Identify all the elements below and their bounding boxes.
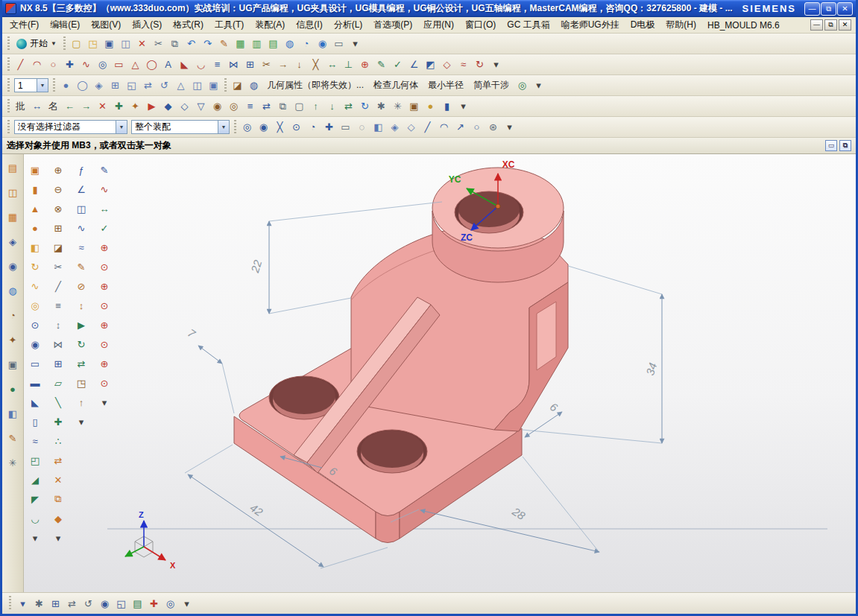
menu-item[interactable]: 帮助(H) bbox=[660, 17, 701, 33]
cue-minimize-button[interactable]: ▭ bbox=[825, 140, 837, 151]
chamfer-curve-icon[interactable]: ◣ bbox=[177, 57, 192, 72]
child-minimize-button[interactable]: — bbox=[810, 19, 823, 31]
menu-item[interactable]: 信息(I) bbox=[291, 17, 327, 33]
pad-icon[interactable]: ▬ bbox=[27, 375, 43, 391]
sketch-pencil-icon[interactable]: ✎ bbox=[373, 57, 389, 72]
mirror-feature-icon[interactable]: ⋈ bbox=[50, 336, 66, 352]
pan-view-icon[interactable]: ⇄ bbox=[140, 77, 156, 93]
replace-face-icon[interactable]: ⧉ bbox=[50, 491, 66, 507]
snap-toggle-icon[interactable]: ◎ bbox=[163, 596, 178, 612]
subtract-icon[interactable]: ⊖ bbox=[50, 181, 66, 197]
star-icon[interactable]: ✦ bbox=[127, 98, 143, 114]
sheet-cols-icon[interactable]: ▤ bbox=[265, 36, 281, 51]
part-model[interactable] bbox=[234, 168, 568, 543]
simple-interference-button[interactable]: 简单干涉 bbox=[469, 79, 514, 92]
lock-icon[interactable]: ◉ bbox=[209, 98, 225, 114]
process-studio-icon[interactable]: ✦ bbox=[5, 332, 21, 348]
web-browser-icon[interactable]: ◍ bbox=[282, 36, 297, 51]
geometry-property-icon[interactable]: ◪ bbox=[230, 77, 245, 93]
menu-item[interactable]: 分析(L) bbox=[329, 17, 368, 33]
shaded-select-icon[interactable]: ◧ bbox=[370, 119, 386, 135]
snap-intersection-icon[interactable]: ╳ bbox=[272, 119, 288, 135]
delete-face-icon[interactable]: ✕ bbox=[50, 471, 66, 488]
title-bar[interactable]: NX 8.5【三多数控】（www.333duo.com）实战培训：UG产品编程，… bbox=[2, 0, 856, 17]
shaded-view-icon[interactable]: ● bbox=[58, 77, 74, 93]
geometry-attr-button[interactable]: 几何属性（即将失效）... bbox=[262, 79, 368, 92]
check-run-icon[interactable]: ◎ bbox=[514, 77, 530, 93]
graphics-window[interactable]: ▤◫▦◈◉◍◔✦▣●◧✎✳ ▣▮▲●◧↻∿◎⊙◉▭▬◣▯≈◰◢◤◡▾ ⊕⊖⊗⊞◪… bbox=[2, 154, 856, 592]
thread-icon[interactable]: ≈ bbox=[27, 433, 43, 449]
col3-more-icon[interactable]: ▾ bbox=[73, 413, 89, 430]
toolbar-grip[interactable] bbox=[9, 596, 11, 611]
suppress-feature-icon[interactable]: ⊘ bbox=[73, 278, 89, 294]
visualization-icon[interactable]: ◧ bbox=[5, 406, 21, 422]
chevron-down-icon[interactable]: ▼ bbox=[37, 79, 48, 92]
overflow-row1-icon[interactable]: ▾ bbox=[347, 36, 363, 51]
trim-icon[interactable]: ✂ bbox=[259, 57, 274, 72]
arrow-left-icon[interactable]: ← bbox=[62, 98, 78, 114]
chamfer-icon[interactable]: ◤ bbox=[27, 491, 43, 507]
wireframe-view-icon[interactable]: ◯ bbox=[75, 77, 90, 93]
selection-filter-select[interactable]: 没有选择过滤器 ▼ bbox=[14, 120, 127, 134]
hole-icon[interactable]: ⊙ bbox=[27, 317, 43, 333]
tag-solid-icon[interactable]: ◆ bbox=[160, 98, 176, 114]
cube-select-icon[interactable]: ◈ bbox=[387, 119, 403, 135]
paste-object-icon[interactable]: ▢ bbox=[291, 98, 307, 114]
extrude-icon[interactable]: ◧ bbox=[27, 239, 43, 255]
base-hole-2[interactable] bbox=[357, 430, 427, 473]
sheet-grid-icon[interactable]: ▦ bbox=[233, 36, 248, 51]
perspective-icon[interactable]: △ bbox=[173, 77, 189, 93]
view-dot-icon[interactable]: ◉ bbox=[315, 36, 330, 51]
promote-icon[interactable]: ↑ bbox=[73, 394, 89, 410]
rib-icon[interactable]: ◣ bbox=[27, 394, 43, 410]
layer-settings-icon[interactable]: ▤ bbox=[130, 596, 145, 612]
batch-annotate-icon[interactable]: 批 bbox=[13, 98, 28, 114]
start-button[interactable]: 开始 ▼ bbox=[13, 35, 60, 52]
axis-select-icon[interactable]: ↗ bbox=[452, 119, 468, 135]
refresh-icon[interactable]: ↻ bbox=[357, 98, 373, 114]
menu-item[interactable]: 插入(S) bbox=[127, 17, 167, 33]
scale-body-icon[interactable]: ↕ bbox=[50, 317, 66, 333]
patch-icon[interactable]: ◪ bbox=[50, 239, 66, 255]
pocket-icon[interactable]: ▭ bbox=[27, 355, 43, 372]
overflow-row4-icon[interactable]: ▾ bbox=[455, 98, 471, 114]
shell-icon[interactable]: ◰ bbox=[27, 452, 43, 469]
sew-icon[interactable]: ⊞ bbox=[50, 220, 66, 236]
overflow-row3-icon[interactable]: ▾ bbox=[531, 77, 546, 93]
draft-icon[interactable]: ◢ bbox=[27, 471, 43, 488]
sphere-icon[interactable]: ● bbox=[27, 220, 43, 236]
iso-view-icon[interactable]: ◈ bbox=[91, 77, 107, 93]
line-icon[interactable]: ╱ bbox=[13, 57, 28, 72]
playback-icon[interactable]: ▶ bbox=[73, 317, 89, 333]
save-all-icon[interactable]: ◫ bbox=[118, 36, 133, 51]
edit-feature-icon[interactable]: ✎ bbox=[73, 258, 89, 275]
menu-item[interactable]: HB_MOULD M6.6 bbox=[702, 19, 785, 32]
update-icon[interactable]: ↻ bbox=[73, 336, 89, 352]
datum-csys-icon[interactable]: ✚ bbox=[50, 413, 66, 430]
project-curve-icon[interactable]: ↓ bbox=[291, 57, 307, 72]
trim-body-icon[interactable]: ✂ bbox=[50, 258, 66, 275]
window-close-button[interactable]: ✕ bbox=[837, 2, 853, 16]
web-browser-side-icon[interactable]: ◍ bbox=[5, 283, 21, 299]
toolbar-grip[interactable] bbox=[7, 57, 10, 72]
zoom-window-icon[interactable]: ◱ bbox=[124, 77, 139, 93]
fit-all-icon[interactable]: ◱ bbox=[113, 596, 129, 612]
point-icon[interactable]: ✚ bbox=[62, 57, 78, 72]
tag-hollow-icon[interactable]: ◇ bbox=[177, 98, 192, 114]
constraint-navigator-icon[interactable]: ◫ bbox=[5, 185, 21, 200]
add-green-icon[interactable]: ✚ bbox=[111, 98, 127, 114]
toolbar-grip[interactable] bbox=[53, 78, 55, 93]
deviation-icon[interactable]: ≈ bbox=[73, 239, 89, 255]
child-restore-button[interactable]: ⧉ bbox=[824, 19, 837, 31]
new-file-icon[interactable]: ▢ bbox=[69, 36, 84, 51]
name-tag-icon[interactable]: 名 bbox=[45, 98, 61, 114]
offset-face-icon[interactable]: ≡ bbox=[50, 297, 66, 314]
ellipse-icon[interactable]: ◯ bbox=[144, 57, 160, 72]
pan-mode-icon[interactable]: ⇄ bbox=[64, 596, 80, 612]
wave-link-icon[interactable]: ⇄ bbox=[73, 355, 89, 372]
toolbar-grip[interactable] bbox=[224, 78, 227, 93]
toolbar-grip[interactable] bbox=[7, 120, 10, 135]
assembly-navigator-icon[interactable]: ▤ bbox=[5, 160, 21, 176]
save-icon[interactable]: ▣ bbox=[101, 36, 117, 51]
bottom-more-icon[interactable]: ▾ bbox=[179, 596, 195, 612]
